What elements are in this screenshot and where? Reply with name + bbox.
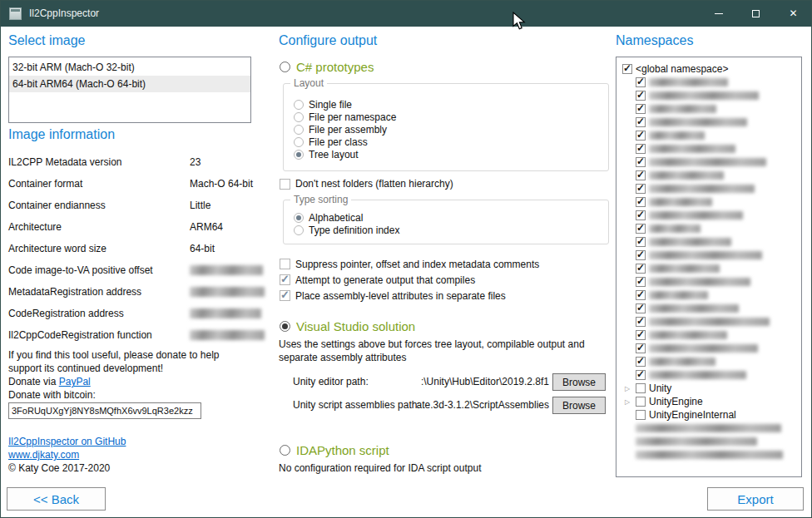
redacted-namespace [649, 224, 701, 233]
checkbox-icon[interactable] [636, 77, 646, 87]
expander-icon[interactable] [622, 385, 632, 392]
radio-option[interactable]: File per class [294, 136, 602, 148]
radio-option[interactable]: Single file [294, 98, 602, 111]
namespace-row[interactable] [622, 89, 801, 102]
namespaces-tree[interactable]: <global namespace>UnityUnityEngineUnityE… [616, 57, 802, 477]
namespace-row[interactable] [622, 355, 801, 368]
namespace-row[interactable] [622, 209, 801, 222]
namespace-row[interactable] [622, 142, 801, 155]
bitcoin-address-input[interactable] [8, 402, 201, 419]
checkbox-icon[interactable] [636, 250, 646, 260]
namespace-row[interactable] [622, 116, 801, 129]
checkbox-option[interactable]: Place assembly-level attributes in separ… [280, 288, 539, 303]
expander-icon[interactable] [622, 398, 632, 406]
checkbox-icon[interactable] [636, 131, 646, 141]
checkbox-icon[interactable] [636, 237, 646, 247]
maximize-button[interactable] [737, 0, 775, 27]
checkbox-icon[interactable] [636, 104, 646, 114]
namespace-row[interactable] [622, 102, 801, 116]
checkbox-icon[interactable] [636, 290, 646, 300]
image-list-item[interactable]: 64-bit ARM64 (Mach-O 64-bit) [9, 76, 250, 92]
checkbox-icon[interactable] [636, 117, 646, 127]
radio-option[interactable]: File per assembly [294, 123, 602, 136]
namespace-label: Unity [649, 382, 671, 394]
close-button[interactable] [775, 0, 812, 27]
namespace-row[interactable] [622, 129, 801, 142]
namespace-row[interactable] [622, 342, 801, 355]
checkbox-option[interactable]: Suppress pointer, offset and index metad… [280, 256, 539, 272]
checkbox-icon[interactable] [636, 330, 646, 340]
paypal-link[interactable]: PayPal [59, 376, 91, 387]
minimize-button[interactable] [700, 0, 737, 27]
checkbox-icon[interactable] [636, 383, 646, 393]
namespace-row[interactable] [622, 275, 801, 289]
radio-option[interactable]: Tree layout [294, 148, 602, 160]
namespace-row[interactable] [622, 155, 801, 169]
donate-via-text: Donate via [8, 376, 59, 387]
radio-option[interactable]: Type definition index [294, 224, 602, 236]
namespace-row[interactable] [622, 195, 801, 209]
checkbox-icon[interactable] [636, 264, 646, 274]
checkbox-icon[interactable] [636, 184, 646, 194]
checkbox-icon[interactable] [636, 91, 646, 101]
image-list-item[interactable]: 32-bit ARM (Mach-O 32-bit) [9, 59, 250, 76]
namespace-row[interactable] [622, 315, 801, 328]
unity-script-assemblies-value[interactable]: ate.3d-3.1.2\ScriptAssemblies [391, 399, 549, 411]
browse-unity-editor-button[interactable]: Browse [552, 373, 606, 391]
checkbox-icon[interactable] [636, 317, 646, 327]
unity-editor-path-value[interactable]: :\Unity\Hub\Editor\2019.2.8f1 [391, 376, 549, 387]
checkbox-icon[interactable] [636, 224, 646, 234]
export-button[interactable]: Export [707, 487, 804, 511]
namespace-row[interactable] [622, 368, 801, 382]
namespace-row[interactable]: UnityEngineInternal [622, 408, 801, 422]
namespace-row[interactable] [622, 328, 801, 342]
namespace-row[interactable]: <global namespace> [622, 62, 801, 76]
csharp-prototypes-radio[interactable]: C# prototypes [280, 60, 374, 74]
checkbox-icon[interactable] [636, 303, 646, 313]
checkbox-icon[interactable] [636, 157, 646, 167]
checkbox-icon[interactable] [622, 64, 632, 74]
namespace-row[interactable]: Unity [622, 382, 801, 395]
checkbox-icon[interactable] [636, 277, 646, 287]
checkbox-icon[interactable] [636, 170, 646, 180]
layout-options: Single fileFile per namespaceFile per as… [294, 98, 602, 160]
namespace-row[interactable]: UnityEngine [622, 395, 801, 408]
browse-script-assemblies-button[interactable]: Browse [552, 397, 606, 414]
namespace-row[interactable] [622, 169, 801, 182]
checkbox-icon[interactable] [636, 343, 646, 353]
namespace-row[interactable] [622, 182, 801, 195]
type-sorting-groupbox: Type sorting AlphabeticalType definition… [283, 200, 609, 244]
github-link[interactable]: Il2CppInspector on GitHub [8, 436, 126, 447]
checkbox-option[interactable]: Don't nest folders (flatten hierarchy) [280, 178, 453, 190]
namespace-row[interactable] [622, 235, 801, 249]
checkbox-icon[interactable] [636, 197, 646, 207]
redacted-namespace [649, 344, 758, 353]
checkbox-option[interactable]: Attempt to generate output that compiles [280, 272, 539, 288]
namespace-row[interactable] [622, 262, 801, 275]
namespace-row[interactable] [622, 289, 801, 302]
idapython-script-radio[interactable]: IDAPython script [280, 443, 389, 457]
namespace-row[interactable] [622, 448, 801, 461]
info-label: Architecture [8, 221, 190, 233]
namespace-row[interactable] [622, 76, 801, 89]
visual-studio-solution-radio[interactable]: Visual Studio solution [280, 319, 415, 333]
namespace-row[interactable] [622, 435, 801, 448]
website-link[interactable]: www.djkaty.com [8, 449, 79, 461]
namespace-row[interactable] [622, 422, 801, 435]
checkbox-icon[interactable] [636, 370, 646, 380]
radio-option[interactable]: File per namespace [294, 111, 602, 123]
checkbox-icon [280, 259, 290, 269]
namespace-row[interactable] [622, 222, 801, 235]
radio-label: File per class [309, 136, 368, 148]
checkbox-icon[interactable] [636, 397, 646, 407]
namespace-row[interactable] [622, 249, 801, 262]
info-row: ArchitectureARM64 [8, 216, 268, 238]
namespace-row[interactable] [622, 302, 801, 315]
checkbox-icon[interactable] [636, 144, 646, 154]
checkbox-icon[interactable] [636, 357, 646, 367]
back-button[interactable]: << Back [7, 487, 106, 511]
radio-option[interactable]: Alphabetical [294, 211, 602, 224]
checkbox-icon[interactable] [636, 410, 646, 420]
image-list[interactable]: 32-bit ARM (Mach-O 32-bit)64-bit ARM64 (… [8, 57, 251, 123]
checkbox-icon[interactable] [636, 210, 646, 220]
